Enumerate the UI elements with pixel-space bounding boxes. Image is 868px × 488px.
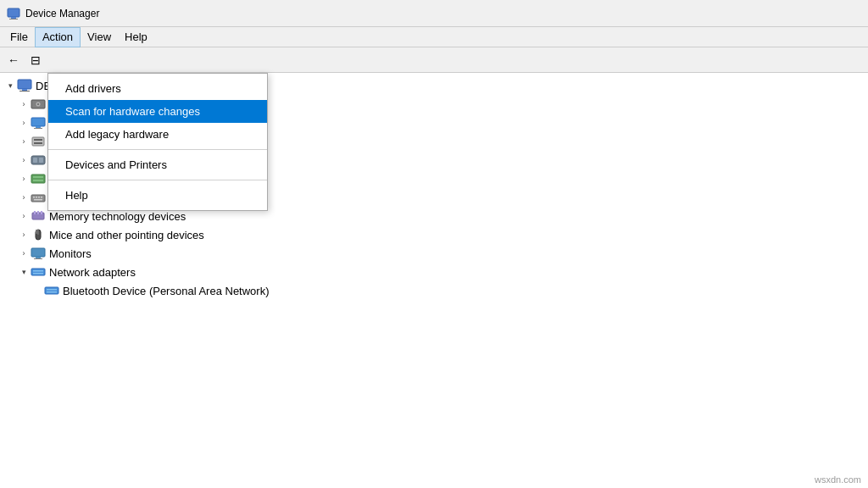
svg-rect-1 [11,17,16,19]
disk-icon [31,97,46,111]
menu-bar: File Action View Help [0,27,868,47]
svg-rect-4 [22,89,27,91]
menu-add-drivers[interactable]: Add drivers [48,77,267,100]
svg-rect-21 [31,195,45,202]
menu-add-legacy[interactable]: Add legacy hardware [48,123,267,146]
svg-rect-29 [37,211,39,214]
svg-rect-20 [33,180,43,181]
svg-rect-2 [9,19,18,19]
svg-rect-23 [36,197,37,198]
chevron-right-icon: › [17,191,31,204]
chevron-right-icon: › [17,153,31,167]
firmware-icon [31,135,46,148]
menu-item-help[interactable]: Help [118,27,154,47]
svg-rect-9 [31,118,45,126]
chevron-right-icon: › [17,116,31,130]
svg-rect-22 [33,197,35,198]
tree-item-label: Memory technology devices [49,210,186,223]
svg-point-8 [37,103,39,105]
svg-rect-24 [38,197,40,198]
tree-item-label: Mice and other pointing devices [49,229,204,241]
toolbar: ← ⊟ [0,47,868,73]
svg-rect-19 [33,176,43,178]
svg-rect-39 [33,273,43,274]
network-icon [31,265,46,279]
menu-scan-hardware[interactable]: Scan for hardware changes [48,100,267,123]
device-manager-icon [7,7,20,20]
svg-rect-13 [34,139,42,141]
computer-icon [17,79,32,92]
svg-rect-25 [41,197,42,198]
ide-icon [31,172,46,186]
svg-rect-18 [31,175,45,183]
svg-rect-40 [45,287,58,294]
chevron-right-icon: › [17,172,31,186]
display-icon [31,116,46,130]
separator-1 [48,149,267,150]
svg-rect-3 [18,80,31,89]
svg-rect-10 [36,126,41,128]
keyboard-icon [31,191,46,204]
menu-devices-printers[interactable]: Devices and Printers [48,153,267,176]
svg-rect-16 [33,158,37,163]
chevron-down-icon: ▾ [3,79,17,92]
list-item[interactable]: › Bluetooth Device (Personal Area Networ… [0,281,868,300]
svg-rect-42 [47,291,57,293]
separator-2 [48,180,267,180]
mouse-icon [31,228,46,241]
list-item[interactable]: › Monitors [0,244,868,263]
svg-rect-17 [39,158,43,163]
tree-item-label: Monitors [49,247,92,260]
menu-help[interactable]: Help [48,184,267,207]
svg-rect-14 [34,142,42,144]
chevron-right-icon: › [17,97,31,111]
menu-item-action[interactable]: Action [35,27,81,47]
action-dropdown-menu: Add drivers Scan for hardware changes Ad… [47,73,268,211]
svg-rect-35 [36,257,41,258]
bluetooth-icon [44,284,59,297]
chevron-right-icon: › [17,247,31,260]
svg-rect-33 [36,230,38,234]
svg-rect-5 [19,91,30,92]
main-content: ▾ DESKTOP-WIN11 › Disk drives [0,73,868,488]
watermark: wsxdn.com [815,474,861,485]
chevron-down-icon: ▾ [17,265,31,279]
svg-rect-11 [34,128,42,129]
chevron-right-icon: › [17,135,31,148]
menu-item-file[interactable]: File [3,27,35,47]
svg-rect-34 [31,248,45,257]
title-bar: Device Manager [0,0,868,27]
svg-rect-26 [34,199,42,201]
svg-rect-38 [33,270,43,272]
svg-rect-41 [47,289,57,291]
hid-icon [31,153,46,167]
tree-item-label: Network adapters [49,266,136,279]
svg-rect-37 [31,269,45,275]
svg-rect-0 [8,8,19,17]
svg-rect-36 [34,258,42,259]
menu-item-view[interactable]: View [81,27,118,47]
monitors-icon [31,247,46,260]
list-item[interactable]: › Mice and other pointing devices [0,225,868,244]
title-bar-text: Device Manager [25,8,99,19]
properties-button[interactable]: ⊟ [25,50,46,70]
list-item[interactable]: ▾ Network adapters [0,263,868,281]
svg-rect-12 [32,137,44,146]
svg-rect-28 [34,211,36,214]
svg-rect-30 [41,211,42,214]
chevron-right-icon: › [17,209,31,223]
memory-icon [31,209,46,223]
back-button[interactable]: ← [3,50,24,70]
chevron-right-icon: › [17,228,31,241]
tree-item-label: Bluetooth Device (Personal Area Network) [63,285,270,297]
